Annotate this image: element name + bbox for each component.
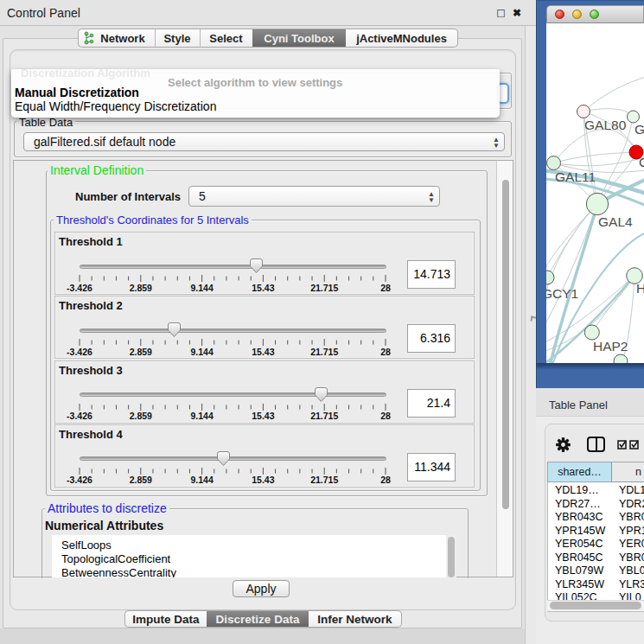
svg-text:H: H (636, 281, 644, 296)
svg-text:CC: CC (639, 155, 644, 169)
svg-text:GCY1: GCY1 (546, 286, 578, 301)
svg-text:GAL11: GAL11 (555, 169, 596, 184)
svg-text:HAP2: HAP2 (593, 339, 628, 354)
svg-text:GAL4: GAL4 (598, 214, 633, 229)
svg-text:GAL80: GAL80 (584, 118, 627, 132)
svg-text:GAL1: GAL1 (634, 122, 644, 137)
